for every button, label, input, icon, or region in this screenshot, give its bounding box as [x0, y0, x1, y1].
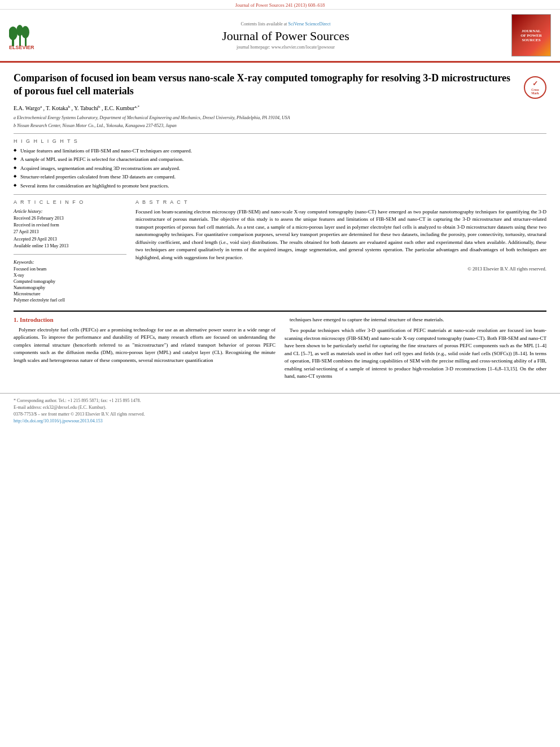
journal-header: ELSEVIER Contents lists available at Sci… — [0, 10, 560, 63]
issn-note: 0378-7753/$ – see front matter © 2013 El… — [14, 412, 546, 417]
highlight-item: Acquired images, segmentation and result… — [14, 165, 546, 172]
crossmark-badge: ✓ CrossMark — [524, 76, 546, 99]
elsevier-logo: ELSEVIER — [9, 21, 54, 50]
journal-title-main: Journal of Power Sources — [60, 29, 511, 43]
article-info-col: A R T I C L E I N F O Article history: R… — [14, 199, 126, 304]
introduction-section: 1. Introduction Polymer electrolyte fuel… — [14, 316, 546, 384]
intro-heading: 1. Introduction — [14, 316, 275, 323]
intro-title: Introduction — [20, 316, 54, 323]
keyword-4: Nanotomography — [14, 285, 126, 290]
author4-sup: a,* — [135, 104, 139, 109]
affil-a: a Electrochemical Energy Systems Laborat… — [14, 115, 546, 121]
author1-sup: a — [40, 104, 42, 109]
intro-right-p2: Two popular techniques which offer 3-D q… — [285, 327, 546, 381]
copyright-text: © 2013 Elsevier B.V. All rights reserved… — [135, 266, 546, 272]
author2-sup: b — [68, 104, 71, 109]
affiliations: a Electrochemical Energy Systems Laborat… — [14, 115, 546, 128]
svg-point-5 — [21, 26, 29, 38]
sciverse-text: Contents lists available at SciVerse Sci… — [60, 21, 511, 27]
keyword-1: Focused ion beam — [14, 267, 126, 272]
article-title: Comparison of focused ion beam versus na… — [14, 72, 524, 98]
journal-ref-bar: Journal of Power Sources 241 (2013) 608–… — [0, 0, 560, 10]
intro-right-p1: techniques have emerged to capture the i… — [285, 316, 546, 324]
email-note: E-mail address: eck32@drexel.edu (E.C. K… — [14, 405, 546, 410]
highlight-item: Structure-related properties calculated … — [14, 173, 546, 181]
keyword-2: X-ray — [14, 273, 126, 278]
keyword-3: Computed tomography — [14, 279, 126, 284]
highlight-item: Unique features and limitations of FIB-S… — [14, 147, 546, 155]
crossmark-text: CrossMark — [531, 88, 539, 95]
author1: E.A. Wargo — [14, 105, 40, 111]
keywords-title: Keywords: — [14, 259, 126, 265]
revised-label: Received in revised form — [14, 222, 126, 228]
page-wrapper: Journal of Power Sources 241 (2013) 608–… — [0, 0, 560, 430]
accepted-date: Accepted 29 April 2013 — [14, 237, 126, 242]
intro-number: 1. — [14, 316, 18, 323]
keyword-5: Microstructure — [14, 291, 126, 296]
homepage-text: journal homepage: www.elsevier.com/locat… — [60, 45, 511, 50]
author3-sup: b — [98, 104, 100, 109]
highlights-section: H I G H L I G H T S Unique features and … — [14, 138, 546, 190]
doi-link[interactable]: http://dx.doi.org/10.1016/j.jpowsour.201… — [14, 418, 103, 423]
abstract-col: A B S T R A C T Focused ion beam-scannin… — [135, 199, 546, 304]
intro-p1: Polymer electrolyte fuel cells (PEFCs) a… — [14, 326, 275, 365]
divider-2 — [14, 194, 546, 195]
article-history: Article history: Received 26 February 20… — [14, 208, 126, 250]
section-divider — [14, 311, 546, 312]
intro-left-col: 1. Introduction Polymer electrolyte fuel… — [14, 316, 275, 384]
journal-ref-text: Journal of Power Sources 241 (2013) 608–… — [235, 2, 325, 8]
header-center: Contents lists available at SciVerse Sci… — [60, 21, 511, 50]
available-date: Available online 13 May 2013 — [14, 243, 126, 249]
author4: , E.C. Kumbur — [102, 105, 135, 111]
article-info-label: A R T I C L E I N F O — [14, 199, 126, 205]
page-footer: * Corresponding author. Tel.: +1 215 895… — [0, 393, 560, 430]
journal-logo-right: JOURNAL OF POWER SOURCES — [511, 14, 551, 56]
keyword-6: Polymer electrolyte fuel cell — [14, 298, 126, 303]
divider-1 — [14, 133, 546, 134]
logo-text: JOURNAL OF POWER SOURCES — [520, 29, 542, 42]
abstract-label: A B S T R A C T — [135, 199, 546, 205]
doi-note: http://dx.doi.org/10.1016/j.jpowsour.201… — [14, 418, 546, 423]
highlight-item: Several items for consideration are high… — [14, 182, 546, 190]
article-info-abstract: A R T I C L E I N F O Article history: R… — [14, 199, 546, 304]
history-title: Article history: — [14, 208, 126, 214]
author3: , Y. Tabuchi — [72, 105, 98, 111]
intro-left-text: Polymer electrolyte fuel cells (PEFCs) a… — [14, 326, 275, 365]
sciverse-link[interactable]: SciVerse ScienceDirect — [288, 21, 331, 27]
authors-line: E.A. Wargoa , T. Kotakab , Y. Tabuchib ,… — [14, 104, 546, 111]
received-date: Received 26 February 2013 — [14, 216, 126, 221]
article-title-section: Comparison of focused ion beam versus na… — [14, 72, 546, 99]
author2: , T. Kotaka — [43, 105, 68, 111]
abstract-text: Focused ion beam-scanning electron micro… — [135, 208, 546, 262]
corresponding-note: * Corresponding author. Tel.: +1 215 895… — [14, 398, 546, 403]
svg-point-1 — [9, 27, 18, 40]
revised-date: 27 April 2013 — [14, 229, 126, 235]
intro-right-col: techniques have emerged to capture the i… — [285, 316, 546, 384]
affil-b: b Nissan Research Center, Nissan Motor C… — [14, 123, 546, 129]
intro-right-text: techniques have emerged to capture the i… — [285, 316, 546, 381]
highlight-item: A sample of MPL used in PEFC is selected… — [14, 156, 546, 163]
highlights-list: Unique features and limitations of FIB-S… — [14, 147, 546, 190]
svg-text:ELSEVIER: ELSEVIER — [9, 45, 34, 49]
divider-keywords — [14, 254, 126, 255]
main-content: Comparison of focused ion beam versus na… — [0, 63, 560, 393]
highlights-label: H I G H L I G H T S — [14, 138, 546, 144]
keywords-section: Keywords: Focused ion beam X-ray Compute… — [14, 259, 126, 303]
